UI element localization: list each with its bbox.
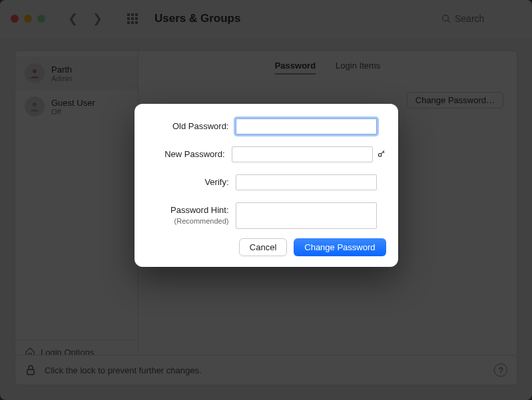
old-password-input[interactable] (236, 118, 377, 134)
dialog-button-row: Cancel Change Password (146, 238, 386, 256)
label-verify: Verify: (146, 174, 229, 188)
row-old-password: Old Password: (146, 118, 386, 134)
svg-point-14 (378, 153, 382, 156)
row-new-password: New Password: (146, 146, 386, 162)
label-new-password: New Password: (146, 146, 225, 160)
verify-password-input[interactable] (236, 174, 377, 190)
change-password-button[interactable]: Change Password (294, 238, 386, 256)
password-hint-input[interactable] (236, 202, 377, 229)
new-password-input[interactable] (232, 146, 373, 162)
label-hint-main: Password Hint: (170, 205, 228, 215)
change-password-dialog: Old Password: New Password: Verify: Pass… (134, 104, 398, 267)
row-hint: Password Hint: (Recommended) (146, 202, 386, 229)
cancel-button[interactable]: Cancel (239, 238, 287, 256)
password-assistant-icon[interactable] (377, 149, 386, 160)
label-hint-sub: (Recommended) (146, 216, 229, 226)
label-old-password: Old Password: (146, 118, 229, 132)
label-hint: Password Hint: (Recommended) (146, 202, 229, 226)
row-verify: Verify: (146, 174, 386, 190)
